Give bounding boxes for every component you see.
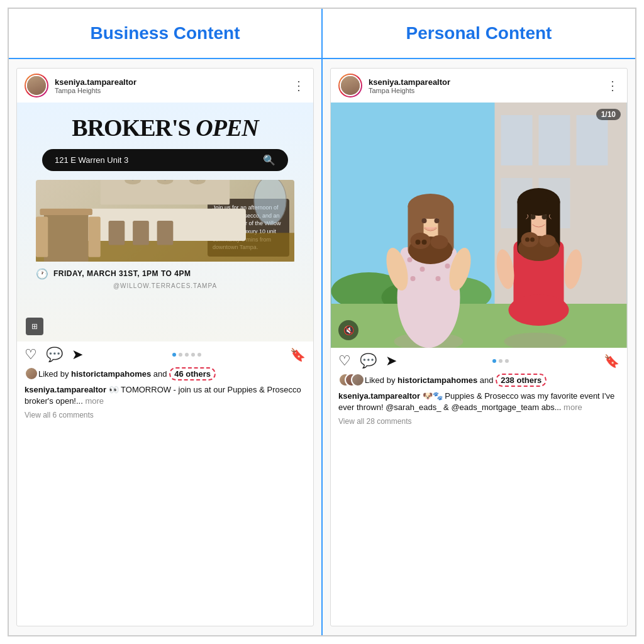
svg-rect-10 [133, 221, 149, 245]
broker-post-image: BROKER'S OPEN 121 E Warren Unit 3 🔍 [17, 103, 313, 341]
svg-point-67 [530, 238, 535, 242]
svg-point-61 [531, 214, 536, 219]
personal-bookmark-icon[interactable]: 🔖 [604, 353, 619, 369]
personal-likes-avatars [338, 373, 361, 387]
personal-avatar [338, 74, 362, 97]
personal-likes-row: Liked by historictampahomes and 238 othe… [331, 372, 627, 389]
personal-user-info: kseniya.tamparealtor Tampa Heights [369, 77, 600, 94]
personal-likes-count: 238 others [496, 374, 547, 387]
personal-share-icon[interactable]: ➤ [386, 353, 397, 369]
svg-point-65 [540, 235, 556, 247]
broker-title: BROKER'S OPEN [30, 115, 301, 142]
dot-p2 [499, 359, 502, 363]
business-likes-avatars [25, 367, 35, 380]
svg-rect-14 [36, 216, 48, 257]
svg-rect-21 [577, 115, 608, 165]
business-user-info: kseniya.tamparealtor Tampa Heights [55, 77, 286, 94]
svg-point-53 [509, 294, 569, 326]
personal-carousel-dots [406, 359, 595, 363]
personal-more-button[interactable]: ⋮ [606, 79, 619, 92]
business-avatar-inner [26, 75, 47, 96]
business-share-icon[interactable]: ➤ [72, 347, 83, 363]
dot-5 [197, 353, 201, 357]
personal-username[interactable]: kseniya.tamparealtor [369, 77, 600, 87]
business-post-header: kseniya.tamparealtor Tampa Heights ⋮ [17, 69, 313, 103]
business-likes-text: Liked by historictampahomes and 46 other… [38, 369, 216, 379]
business-liker-avatar [25, 367, 38, 380]
svg-point-35 [411, 276, 416, 281]
business-likes-count: 46 others [169, 367, 216, 380]
svg-rect-27 [331, 304, 627, 348]
photo-counter: 1/10 [596, 109, 621, 120]
personal-likes-text: Liked by historictampahomes and 238 othe… [365, 375, 547, 385]
business-comment-icon[interactable]: 💬 [46, 347, 63, 363]
dot-p1 [492, 359, 496, 363]
broker-address-text: 121 E Warren Unit 3 [55, 155, 128, 165]
business-likes-row: Liked by historictampahomes and 46 other… [17, 365, 313, 383]
svg-rect-20 [539, 115, 570, 165]
business-caption-more[interactable]: more [85, 396, 104, 406]
svg-point-49 [416, 240, 421, 245]
business-location: Tampa Heights [55, 87, 286, 94]
personal-comment-icon[interactable]: 💬 [360, 353, 377, 369]
svg-rect-12 [44, 213, 89, 262]
outer-border: Business Content Personal Content kseniy… [8, 8, 636, 636]
svg-rect-15 [88, 216, 100, 257]
business-bookmark-icon[interactable]: 🔖 [290, 347, 306, 362]
svg-rect-9 [109, 221, 125, 245]
business-view-comments[interactable]: View all 6 comments [17, 409, 313, 425]
business-caption: kseniya.tamparealtor 👀 TOMORROW - join u… [17, 383, 313, 409]
business-avatar [25, 74, 48, 97]
personal-location: Tampa Heights [369, 87, 600, 94]
photo-audio-icon[interactable]: 🔇 [338, 320, 358, 340]
broker-interior-photo: Join us for an afternoon of puppies, Pro… [36, 180, 294, 262]
business-insta-card: kseniya.tamparealtor Tampa Heights ⋮ BRO… [16, 68, 314, 626]
svg-point-32 [420, 267, 425, 272]
broker-handle: @WILLOW.TERRACES.TAMPA [30, 282, 301, 289]
business-username[interactable]: kseniya.tamparealtor [55, 77, 286, 87]
dot-1 [172, 353, 176, 357]
broker-clock-icon: 🕐 [36, 268, 48, 280]
photo-scene: 1/10 🔇 [331, 103, 627, 348]
broker-time-row: 🕐 FRIDAY, MARCH 31ST, 1PM TO 4PM [36, 268, 294, 280]
svg-point-50 [422, 240, 427, 245]
personal-insta-card: kseniya.tamparealtor Tampa Heights ⋮ [330, 68, 628, 626]
header-right: Personal Content [323, 9, 635, 58]
personal-like-icon[interactable]: ♡ [338, 353, 351, 369]
svg-point-66 [525, 238, 530, 242]
business-content-title: Business Content [90, 23, 240, 43]
broker-time-text: FRIDAY, MARCH 31ST, 1PM TO 4PM [53, 269, 191, 278]
content-row: kseniya.tamparealtor Tampa Heights ⋮ BRO… [9, 59, 635, 635]
svg-rect-11 [157, 221, 174, 245]
svg-point-64 [521, 232, 539, 247]
dot-3 [185, 353, 189, 357]
broker-address-bar: 121 E Warren Unit 3 🔍 [42, 149, 288, 171]
dot-2 [179, 353, 182, 357]
svg-point-36 [436, 276, 441, 281]
svg-point-16 [254, 180, 286, 225]
personal-caption-user[interactable]: kseniya.tamparealtor [338, 391, 420, 401]
business-carousel-dots [92, 353, 281, 357]
broker-search-icon: 🔍 [263, 154, 275, 166]
svg-rect-19 [501, 115, 533, 165]
header-row: Business Content Personal Content [9, 9, 635, 59]
svg-point-31 [408, 257, 413, 262]
dot-p3 [505, 359, 509, 363]
personal-post-header: kseniya.tamparealtor Tampa Heights ⋮ [331, 69, 627, 103]
business-more-button[interactable]: ⋮ [292, 79, 306, 92]
business-panel: kseniya.tamparealtor Tampa Heights ⋮ BRO… [9, 59, 323, 635]
personal-content-title: Personal Content [406, 23, 552, 43]
svg-rect-13 [40, 209, 92, 215]
personal-post-actions: ♡ 💬 ➤ 🔖 [331, 348, 627, 372]
personal-caption-more[interactable]: more [564, 402, 582, 412]
business-caption-user[interactable]: kseniya.tamparealtor [25, 385, 106, 394]
business-like-icon[interactable]: ♡ [25, 347, 37, 363]
personal-caption: kseniya.tamparealtor 🐶🐾 Puppies & Prosec… [331, 389, 627, 416]
business-post-actions: ♡ 💬 ➤ 🔖 [17, 341, 313, 365]
personal-view-comments[interactable]: View all 28 comments [331, 416, 627, 431]
personal-liker-avatar-3 [351, 373, 365, 387]
svg-point-47 [411, 233, 431, 249]
broker-grid-icon: ⊞ [26, 318, 43, 335]
header-left: Business Content [9, 9, 323, 58]
svg-point-45 [435, 218, 440, 223]
